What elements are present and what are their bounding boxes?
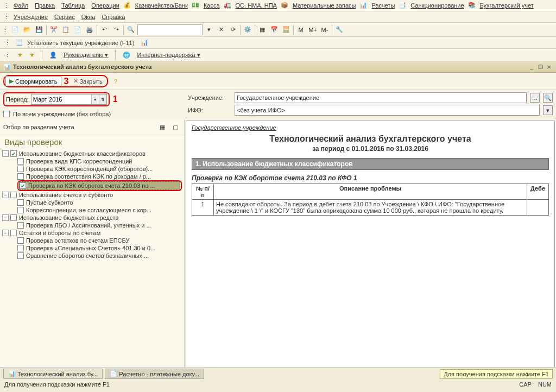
expand-all-button[interactable]: ▦ <box>157 122 168 132</box>
menu-organization[interactable]: Учреждение <box>11 12 50 21</box>
find-button[interactable]: 🔍 <box>125 24 136 35</box>
menu-calc[interactable]: Расчеты <box>369 1 397 10</box>
menu-accounting[interactable]: Бухгалтерский учет <box>477 1 536 10</box>
copy-button[interactable]: 📋 <box>60 24 71 35</box>
menu-windows[interactable]: Окна <box>79 12 98 21</box>
sheet-button[interactable]: ▦ <box>257 24 268 35</box>
checkbox[interactable] <box>10 192 17 198</box>
toggle-collapse-icon[interactable]: − <box>2 192 9 198</box>
checkbox[interactable] <box>10 214 17 221</box>
tree-group-balances-turnovers[interactable]: − Остатки и обороты по счетам <box>2 229 182 237</box>
checkbox[interactable]: ✔ <box>10 150 17 157</box>
support-link[interactable]: Интернет-поддержка ▾ <box>137 52 200 59</box>
mplus-button[interactable]: М+ <box>307 24 318 35</box>
ifo-dropdown[interactable]: ▾ <box>543 105 553 115</box>
menu-edit[interactable]: Правка <box>32 1 58 10</box>
print-button[interactable]: 🖨️ <box>84 24 95 35</box>
menu-help[interactable]: Справка <box>99 12 128 21</box>
tree-item[interactable]: Проверка «Специальных Счетов» 401.30 и 0… <box>17 244 182 252</box>
settings-button[interactable]: ⚙️ <box>242 24 253 35</box>
checks-title: Виды проверок <box>0 135 184 149</box>
menu-file[interactable]: Файл <box>11 1 31 10</box>
tree-item[interactable]: Проверка остатков по счетам ЕПСБУ <box>17 237 182 244</box>
tab-payments[interactable]: 📄Расчетно - платежные доку... <box>105 369 204 379</box>
table-row[interactable]: 1 Не совпадают обороты. За период в дебе… <box>192 200 549 216</box>
help-button[interactable]: ? <box>110 76 121 87</box>
tree-item[interactable]: Сравнение оборотов счетов безналичных ..… <box>17 252 182 260</box>
redo-button[interactable]: ↷ <box>111 24 122 35</box>
save-button[interactable]: 💾 <box>34 24 45 35</box>
menu-cash[interactable]: Касса <box>201 1 223 10</box>
toggle-collapse-icon[interactable]: − <box>2 214 9 221</box>
open-button[interactable]: 📂 <box>22 24 33 35</box>
menu-table[interactable]: Таблица <box>59 1 87 10</box>
clear-button[interactable]: ✕ <box>216 24 226 35</box>
tab-analysis[interactable]: 📊Технологический анализ бу... <box>3 369 103 379</box>
report-area[interactable]: Государственное учреждение Технологическ… <box>186 121 555 392</box>
toggle-collapse-icon[interactable]: − <box>2 230 9 236</box>
checkbox[interactable] <box>17 166 24 172</box>
tree-item[interactable]: Проверка КЭК корреспонденций (оборотов).… <box>17 165 182 173</box>
minimize-button[interactable]: _ <box>528 63 535 71</box>
collapse-all-button[interactable]: ▢ <box>170 122 181 132</box>
refresh-button[interactable]: ⟳ <box>228 24 238 35</box>
checkbox[interactable] <box>17 222 24 229</box>
org-open-button[interactable]: 🔍 <box>543 93 553 103</box>
menu-operations[interactable]: Операции <box>89 1 122 10</box>
org-input[interactable]: Государственное учреждение <box>235 92 527 103</box>
period-input[interactable] <box>31 94 91 104</box>
col-desc: Описание проблемы <box>214 184 527 200</box>
close-window-button[interactable]: ✕ <box>545 63 553 71</box>
tree-item[interactable]: Проверка ЛБО / Ассигнований, учтенных и … <box>17 222 182 229</box>
separator <box>293 25 294 35</box>
checkbox[interactable] <box>17 207 24 213</box>
menu-treasury[interactable]: Казначейство/Банк <box>132 1 191 10</box>
tree-item[interactable]: Проверка соответствия КЭК по доходам / р… <box>17 173 182 180</box>
checks-tree[interactable]: − ✔ Использование бюджетных классификато… <box>0 149 184 372</box>
checkbox-checked[interactable]: ✔ <box>20 182 26 189</box>
misc-button[interactable]: 🔧 <box>334 24 345 35</box>
m-button[interactable]: М <box>295 24 306 35</box>
cut-button[interactable]: ✂️ <box>48 24 59 35</box>
checkbox[interactable] <box>17 199 24 206</box>
paste-button[interactable]: 📄 <box>72 24 83 35</box>
ifo-input[interactable]: <без учета ИФО> <box>235 105 540 116</box>
allorgs-checkbox[interactable] <box>3 111 10 117</box>
maximize-button[interactable]: ❐ <box>536 63 544 71</box>
checkbox[interactable] <box>17 237 24 244</box>
menu-service[interactable]: Сервис <box>52 12 78 21</box>
tree-group-accounts-subkonto[interactable]: − Использование счетов и субконто <box>2 191 182 199</box>
tree-item[interactable]: Пустые субконто <box>17 199 182 206</box>
checkbox[interactable] <box>17 173 24 180</box>
checkbox[interactable] <box>17 252 24 259</box>
tree-item[interactable]: Проверка вида КПС корреспонденций <box>17 157 182 165</box>
period-dropdown[interactable]: ▾ <box>91 94 99 104</box>
menu-assets[interactable]: ОС, НМА, НПА <box>233 1 280 10</box>
report-subtitle: Проверка по КЭК оборотов счета 210.03 по… <box>192 174 549 182</box>
toolbar-dropdown[interactable]: ▾ <box>204 24 214 35</box>
tree-group-budget-funds[interactable]: − Использование бюджетных средств <box>2 214 182 222</box>
set-org-action[interactable]: Установить текущее учреждение (F11) <box>27 40 134 46</box>
tree-group-budget-classifiers[interactable]: − ✔ Использование бюджетных классификато… <box>2 150 182 157</box>
period-spinner[interactable]: ⇅ <box>99 94 106 104</box>
num-indicator: NUM <box>538 381 552 388</box>
menu-sanction[interactable]: Санкционирование <box>408 1 466 10</box>
close-button[interactable]: ✕ Закрыть <box>70 77 105 86</box>
checkbox[interactable] <box>10 230 17 236</box>
manager-link[interactable]: Руководителю ▾ <box>64 52 108 59</box>
calc-button[interactable]: 🧮 <box>281 24 292 35</box>
undo-button[interactable]: ↶ <box>99 24 110 35</box>
checkbox[interactable] <box>17 158 24 165</box>
mminus-button[interactable]: М- <box>319 24 330 35</box>
calendar-button[interactable]: 📅 <box>269 24 280 35</box>
tree-item[interactable]: Корреспонденции, не согласующиеся с кор.… <box>17 206 182 214</box>
org-select-button[interactable]: … <box>530 93 540 103</box>
menu-materials[interactable]: Материальные запасы <box>290 1 359 10</box>
generate-button[interactable]: ▶ Сформировать <box>5 76 61 86</box>
toggle-collapse-icon[interactable]: − <box>2 150 9 157</box>
toolbar-input[interactable] <box>137 24 203 35</box>
checkbox[interactable] <box>17 245 24 251</box>
new-button[interactable]: 📄 <box>10 24 21 35</box>
calculator-icon: 🧮 <box>282 26 290 33</box>
tree-item-selected[interactable]: ✔ Проверка по КЭК оборотов счета 210.03 … <box>19 181 180 190</box>
